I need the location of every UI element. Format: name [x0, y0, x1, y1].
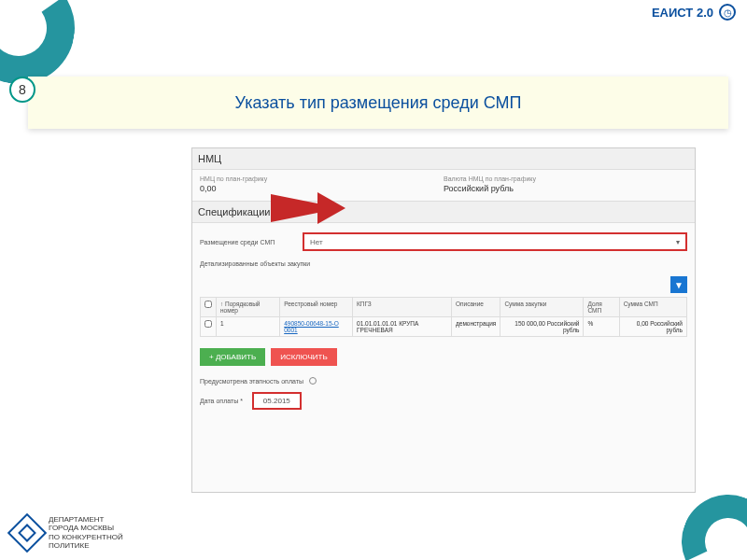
cell-sum: 150 000,00 Российский рубль [500, 317, 584, 337]
cell-desc: демонстрация [451, 317, 500, 337]
col-kpgz: КПГЗ [353, 298, 452, 317]
table-row[interactable]: 1 490850-00648-15-O 0001 01.01.01.01.01 … [201, 317, 687, 337]
col-checkbox [201, 298, 217, 317]
col-sum: Сумма закупки [500, 298, 584, 317]
delete-button[interactable]: исключить [271, 348, 336, 366]
objects-table: ↑ Порядковый номер Реестровый номер КПГЗ… [200, 297, 687, 337]
select-all-checkbox[interactable] [204, 301, 212, 308]
nmc-value: 0,00 [200, 184, 444, 193]
col-smp-sum: Сумма СМП [619, 298, 686, 317]
smp-dropdown[interactable]: Нет [303, 232, 687, 251]
payment-stage-label: Предусмотрена этапность оплаты [200, 378, 303, 385]
step-number-badge: 8 [9, 77, 35, 103]
cell-smp-sum: 0,00 Российский рубль [619, 317, 686, 337]
smp-dropdown-value: Нет [310, 238, 323, 246]
nmc-section-title: НМЦ [192, 148, 695, 170]
currency-label: Валюта НМЦ по план-графику [444, 175, 687, 182]
payment-date-input[interactable]: 05.2015 [252, 392, 302, 410]
nmc-label: НМЦ по план-графику [200, 175, 444, 182]
payment-stage-radio[interactable] [309, 377, 317, 385]
col-share: Доля СМП [584, 298, 619, 317]
payment-stage-row: Предусмотрена этапность оплаты [200, 377, 687, 385]
brand-label: ЕАИСТ 2.0 [652, 6, 713, 20]
clock-icon: ◷ [719, 4, 736, 21]
currency-value: Российский рубль [444, 184, 687, 193]
detail-label: Детализированные объекты закупки [200, 260, 687, 267]
filter-icon[interactable]: ▼ [670, 276, 687, 293]
footer-line-1: ДЕПАРТАМЕНТ [49, 515, 123, 525]
row-checkbox[interactable] [204, 320, 212, 328]
smp-label: Размещение среди СМП [200, 239, 303, 245]
footer-line-2: ГОРОДА МОСКВЫ [49, 524, 123, 533]
col-reg: Реестровый номер [280, 298, 353, 317]
footer-line-4: ПОЛИТИКЕ [49, 541, 123, 551]
form-panel: НМЦ НМЦ по план-графику 0,00 Валюта НМЦ … [191, 147, 696, 493]
footer-line-3: ПО КОНКУРЕНТНОЙ [49, 533, 123, 542]
spec-section-title: Спецификации [192, 201, 695, 223]
table-header-row: ↑ Порядковый номер Реестровый номер КПГЗ… [201, 298, 687, 317]
topbar: ЕАИСТ 2.0 ◷ [641, 0, 747, 24]
col-desc: Описание [451, 298, 500, 317]
footer: ДЕПАРТАМЕНТ ГОРОДА МОСКВЫ ПО КОНКУРЕНТНО… [13, 515, 123, 551]
cell-kpgz: 01.01.01.01.01 КРУПА ГРЕЧНЕВАЯ [353, 317, 452, 337]
footer-text: ДЕПАРТАМЕНТ ГОРОДА МОСКВЫ ПО КОНКУРЕНТНО… [49, 515, 123, 551]
payment-date-label: Дата оплаты * [200, 398, 243, 404]
cell-reg-link[interactable]: 490850-00648-15-O 0001 [284, 320, 339, 333]
instruction-banner: Указать тип размещения среди СМП [28, 77, 728, 129]
cell-share: % [584, 317, 619, 337]
decorative-accent-2 [669, 482, 747, 560]
banner-title: Указать тип размещения среди СМП [235, 93, 522, 113]
col-num: ↑ Порядковый номер [217, 298, 280, 317]
cell-num: 1 [217, 317, 280, 337]
footer-logo-icon [7, 513, 47, 553]
add-button[interactable]: + добавить [200, 348, 265, 366]
